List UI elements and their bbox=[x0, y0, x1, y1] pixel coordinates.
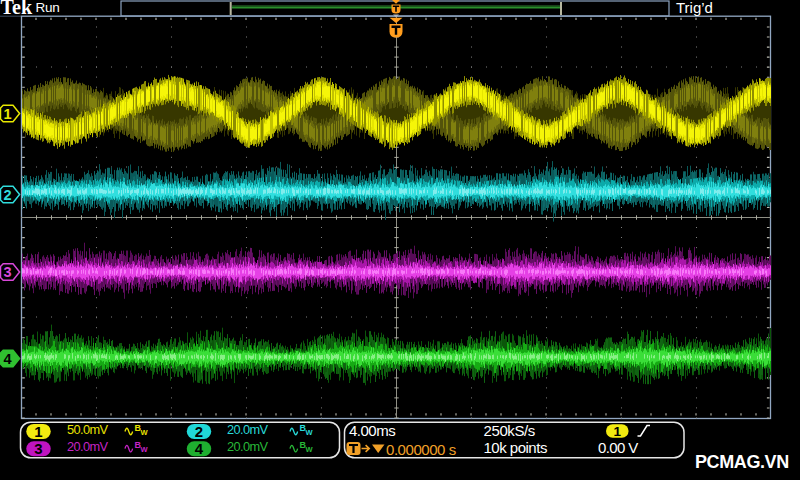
svg-text:3: 3 bbox=[4, 264, 12, 280]
svg-text:Tek: Tek bbox=[1, 0, 33, 18]
svg-text:1: 1 bbox=[4, 106, 12, 122]
svg-text:2: 2 bbox=[195, 423, 203, 440]
svg-text:W: W bbox=[141, 445, 149, 454]
svg-text:Trig’d: Trig’d bbox=[676, 0, 713, 16]
svg-text:20.0mV: 20.0mV bbox=[227, 439, 269, 454]
svg-text:W: W bbox=[141, 428, 149, 437]
svg-text:4.00ms: 4.00ms bbox=[349, 422, 395, 439]
svg-text:3: 3 bbox=[34, 440, 42, 457]
svg-text:2: 2 bbox=[4, 187, 12, 203]
svg-text:20.0mV: 20.0mV bbox=[67, 439, 109, 454]
svg-text:50.0mV: 50.0mV bbox=[67, 422, 109, 437]
svg-text:20.0mV: 20.0mV bbox=[227, 422, 269, 437]
svg-text:0.000000 s: 0.000000 s bbox=[386, 441, 456, 458]
svg-text:W: W bbox=[306, 428, 314, 437]
svg-text:PCMAG.VN: PCMAG.VN bbox=[695, 452, 789, 472]
svg-text:1: 1 bbox=[34, 423, 42, 440]
svg-text:W: W bbox=[306, 445, 314, 454]
svg-text:4: 4 bbox=[4, 351, 12, 367]
svg-text:10k points: 10k points bbox=[484, 439, 547, 456]
svg-text:4: 4 bbox=[195, 440, 204, 457]
svg-text:250kS/s: 250kS/s bbox=[484, 422, 535, 439]
svg-text:0.00 V: 0.00 V bbox=[598, 439, 638, 456]
svg-text:Run: Run bbox=[36, 0, 60, 15]
svg-text:1: 1 bbox=[614, 424, 622, 439]
